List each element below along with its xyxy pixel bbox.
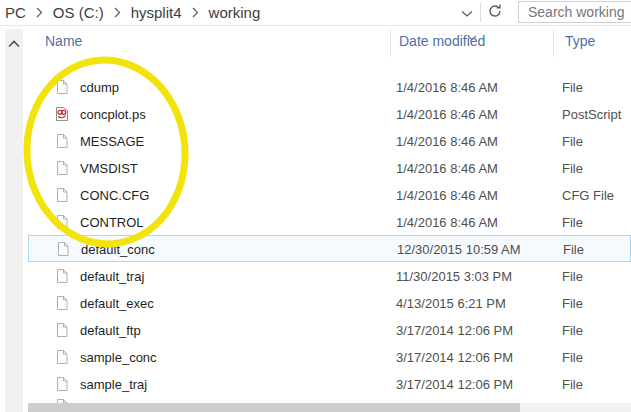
file-icon [54, 160, 70, 176]
file-date: 3/17/2014 12:06 PM [396, 376, 513, 391]
horizontal-scrollbar-thumb[interactable] [28, 403, 520, 412]
file-row[interactable]: default_exec 4/13/2015 6:21 PM File [28, 289, 631, 316]
file-date: 1/4/2016 8:46 AM [396, 160, 498, 175]
file-date: 12/30/2015 10:59 AM [397, 241, 521, 256]
toolbar-divider [480, 3, 481, 22]
file-name: concplot.ps [80, 106, 146, 121]
file-type: File [562, 268, 583, 283]
file-type: File [562, 79, 583, 94]
file-type: File [562, 160, 583, 175]
column-divider[interactable] [390, 30, 391, 57]
file-date: 3/17/2014 12:06 PM [396, 322, 513, 337]
file-date: 1/4/2016 8:46 AM [396, 106, 498, 121]
file-name: CONTROL [80, 214, 144, 229]
file-row[interactable]: CONC.CFG 1/4/2016 8:46 AM CFG File [28, 181, 631, 208]
file-name: default_exec [80, 295, 154, 310]
chevron-down-icon [461, 4, 473, 22]
address-dropdown-button[interactable] [455, 0, 479, 25]
file-icon [54, 376, 70, 392]
file-row[interactable]: MESSAGE 1/4/2016 8:46 AM File [28, 127, 631, 154]
column-header-name[interactable]: Name [45, 33, 82, 49]
file-date: 1/4/2016 8:46 AM [396, 133, 498, 148]
file-icon [54, 295, 70, 311]
file-type: File [562, 322, 583, 337]
file-type: PostScript [562, 106, 621, 121]
file-row[interactable]: VMSDIST 1/4/2016 8:46 AM File [28, 154, 631, 181]
file-name: cdump [80, 79, 119, 94]
file-date: 1/4/2016 8:46 AM [396, 187, 498, 202]
breadcrumb-item-hysplit4[interactable]: hysplit4 [128, 4, 185, 21]
file-type: CFG File [562, 187, 614, 202]
file-type: File [562, 376, 583, 391]
chevron-right-icon [185, 7, 206, 18]
file-type: File [562, 349, 583, 364]
file-type: File [562, 133, 583, 148]
file-row[interactable]: default_ftp 3/17/2014 12:06 PM File [28, 316, 631, 343]
file-icon [54, 214, 70, 230]
file-list: cdump 1/4/2016 8:46 AM File concplot.ps … [28, 73, 631, 397]
file-name: VMSDIST [80, 160, 138, 175]
file-row[interactable]: sample_traj 3/17/2014 12:06 PM File [28, 370, 631, 397]
breadcrumb: PC OS (C:) hysplit4 working [2, 0, 263, 25]
chevron-right-icon [107, 7, 128, 18]
horizontal-scrollbar[interactable] [28, 403, 631, 412]
breadcrumb-item-working[interactable]: working [206, 4, 264, 21]
file-row[interactable]: cdump 1/4/2016 8:46 AM File [28, 73, 631, 100]
scroll-up-button[interactable] [5, 36, 23, 50]
column-header-date-modified[interactable]: Date modified [399, 33, 485, 49]
refresh-icon [487, 3, 503, 23]
file-row[interactable]: concplot.ps 1/4/2016 8:46 AM PostScript [28, 100, 631, 127]
file-date: 4/13/2015 6:21 PM [396, 295, 506, 310]
file-date: 11/30/2015 3:03 PM [396, 268, 512, 283]
file-name: default_traj [80, 268, 144, 283]
breadcrumb-item-os-c[interactable]: OS (C:) [50, 4, 107, 21]
file-row[interactable]: default_conc 12/30/2015 10:59 AM File [28, 235, 631, 262]
file-name: default_conc [81, 241, 155, 256]
file-icon [54, 133, 70, 149]
file-name: MESSAGE [80, 133, 144, 148]
file-icon [54, 268, 70, 284]
chevron-up-icon [8, 34, 20, 52]
file-date: 1/4/2016 8:46 AM [396, 214, 498, 229]
file-name: sample_traj [80, 376, 147, 391]
file-icon [54, 79, 70, 95]
file-type: File [563, 241, 584, 256]
file-date: 1/4/2016 8:46 AM [396, 79, 498, 94]
breadcrumb-item-pc[interactable]: PC [2, 4, 29, 21]
chevron-right-icon [29, 7, 50, 18]
file-name: sample_conc [80, 349, 157, 364]
postscript-file-icon [54, 106, 70, 122]
file-icon [54, 187, 70, 203]
file-row[interactable]: sample_conc 3/17/2014 12:06 PM File [28, 343, 631, 370]
refresh-button[interactable] [483, 0, 507, 25]
file-type: File [562, 295, 583, 310]
file-row[interactable]: default_traj 11/30/2015 3:03 PM File [28, 262, 631, 289]
file-name: CONC.CFG [80, 187, 149, 202]
file-date: 3/17/2014 12:06 PM [396, 349, 513, 364]
file-icon [54, 322, 70, 338]
file-icon [54, 349, 70, 365]
file-icon [55, 241, 71, 257]
search-input[interactable] [518, 1, 631, 23]
file-row[interactable]: CONTROL 1/4/2016 8:46 AM File [28, 208, 631, 235]
column-divider[interactable] [553, 30, 554, 57]
navigation-pane-scrollbar[interactable] [5, 29, 23, 412]
file-type: File [562, 214, 583, 229]
file-name: default_ftp [80, 322, 141, 337]
column-header-type[interactable]: Type [565, 33, 595, 49]
